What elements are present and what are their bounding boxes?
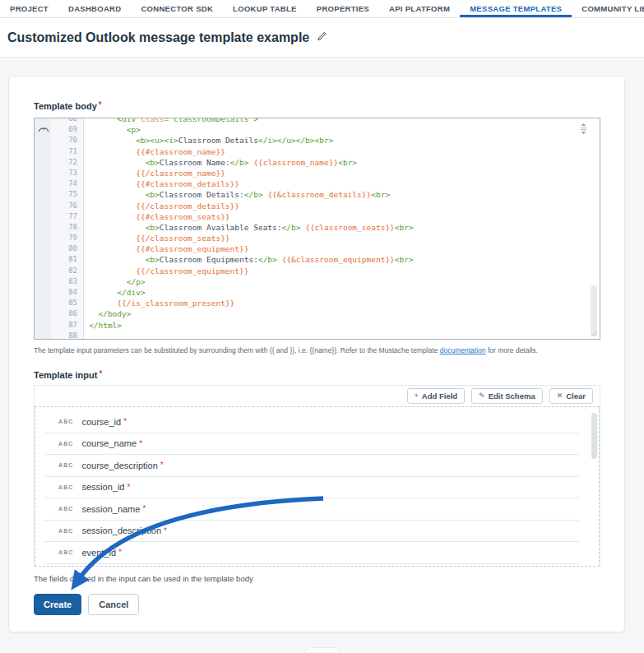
schema-field-row[interactable]: ABCcourse_name* (44, 433, 579, 456)
code-line: 68 <div class="classroomDetails"> (35, 118, 600, 124)
code-line: 86 </body> (35, 308, 600, 319)
code-line: 74 {{#classroom_details}} (35, 178, 600, 189)
editor-expand-icon[interactable] (580, 123, 587, 134)
code-line: 87</html> (35, 320, 600, 331)
edit-schema-button[interactable]: ✎ Edit Schema (471, 388, 543, 404)
editor-resize-handle[interactable] (591, 330, 598, 337)
code-line: 70 <b><u><i>Classroom Details</i></u></b… (35, 135, 600, 146)
required-mark: * (127, 483, 130, 492)
template-body-label: Template body* (34, 100, 600, 112)
required-mark: * (99, 369, 102, 378)
tab-api-platform[interactable]: API PLATFORM (379, 0, 460, 17)
string-type-icon: ABC (58, 528, 73, 534)
field-list-scrollbar-thumb[interactable] (591, 413, 597, 459)
documentation-link[interactable]: documentation (440, 346, 486, 354)
schema-toolbar: + Add Field ✎ Edit Schema ✕ Clear (35, 386, 600, 406)
code-line: 78 <b>Classroom Available Seats:</b> {{c… (35, 222, 600, 233)
schema-field-list: ABCcourse_id*ABCcourse_name*ABCcourse_de… (35, 406, 600, 567)
code-line: 69 <p> (35, 124, 600, 135)
code-line: 77 {{#classroom_seats}} (35, 211, 600, 222)
schema-field-row[interactable]: ABCsession_id* (44, 477, 579, 499)
field-name: course_description (81, 461, 157, 470)
field-name: event_id (81, 548, 116, 558)
required-mark: * (164, 526, 167, 535)
schema-field-row[interactable]: ABCsession_name* (44, 498, 579, 521)
clear-button[interactable]: ✕ Clear (549, 388, 593, 404)
template-input-note: The fields defined in the input can be u… (34, 574, 600, 583)
string-type-icon: ABC (58, 441, 73, 447)
string-type-icon: ABC (58, 484, 73, 490)
tab-properties[interactable]: PROPERTIES (307, 0, 379, 17)
code-line: 76 {{/classroom_details}} (35, 201, 600, 211)
field-name: session_name (81, 504, 140, 514)
code-line: 88 (35, 331, 600, 340)
create-button[interactable]: Create (34, 594, 81, 615)
string-type-icon: ABC (58, 462, 73, 468)
string-type-icon: ABC (58, 506, 73, 512)
required-mark: * (142, 504, 146, 513)
field-name: course_name (81, 438, 137, 448)
page-title: Customized Outlook message template exam… (7, 30, 309, 45)
field-name: session_description (81, 526, 161, 535)
code-line: 80 {{#classroom_equipment}} (35, 243, 600, 254)
required-mark: * (118, 548, 122, 557)
template-input-panel: + Add Field ✎ Edit Schema ✕ Clear ABCcou… (34, 385, 600, 567)
code-line: 83 </p> (35, 276, 600, 287)
required-mark: * (123, 417, 127, 426)
plus-icon: + (415, 391, 419, 401)
code-fold-icon[interactable] (38, 126, 49, 132)
code-line: 85 {{/is_classroom_present}} (35, 298, 600, 308)
field-name: session_id (81, 482, 124, 492)
code-line: 72 <b>Classroom Name:</b> {{classroom_na… (35, 157, 600, 168)
tab-connector-sdk[interactable]: CONNECTOR SDK (131, 0, 223, 17)
form-actions: Create Cancel (34, 594, 600, 615)
required-mark: * (99, 100, 102, 109)
tab-dashboard[interactable]: DASHBOARD (58, 0, 131, 17)
code-line: 75 <b>Classroom Details:</b> {{&classroo… (35, 189, 600, 200)
template-body-editor[interactable]: 68 <div class="classroomDetails">69 <p>7… (34, 118, 600, 340)
code-line: 79 {{/classroom_seats}} (35, 233, 600, 243)
schema-field-row[interactable]: ABCsession_description* (44, 521, 579, 543)
code-line: 84 </div> (35, 287, 600, 298)
page-header: Customized Outlook message template exam… (0, 18, 644, 58)
schema-field-row[interactable]: ABCcourse_id* (44, 411, 579, 433)
page-content: Template body* 68 <div class="classroomD… (0, 58, 644, 652)
code-line: 73 {{/classroom_name}} (35, 168, 600, 178)
string-type-icon: ABC (58, 549, 73, 555)
top-nav: PROJECTDASHBOARDCONNECTOR SDKLOOKUP TABL… (0, 0, 644, 18)
code-line: 81 <b>Classroom Equipments:</b> {{&class… (35, 254, 600, 265)
schema-field-row[interactable]: ABCcourse_description* (44, 455, 579, 477)
edit-title-icon[interactable] (317, 31, 327, 41)
schema-field-row[interactable]: ABCevent_id* (44, 542, 579, 564)
tab-lookup-table[interactable]: LOOKUP TABLE (223, 0, 307, 17)
cancel-button[interactable]: Cancel (88, 594, 139, 615)
tab-project[interactable]: PROJECT (0, 0, 58, 17)
required-mark: * (160, 461, 164, 470)
close-icon: ✕ (557, 391, 563, 401)
code-line: 71 {{#classroom_name}} (35, 146, 600, 157)
editor-scrollbar-thumb[interactable] (591, 285, 597, 336)
tab-message-templates[interactable]: MESSAGE TEMPLATES (460, 0, 572, 17)
code-line: 82 {{/classroom_equipment}} (35, 266, 600, 276)
field-name: course_id (81, 417, 121, 427)
bottom-peek-pill[interactable] (304, 647, 341, 653)
template-input-label: Template input* (34, 368, 600, 381)
tab-community-library[interactable]: COMMUNITY LIBRARY (572, 0, 644, 17)
required-mark: * (139, 439, 142, 448)
string-type-icon: ABC (58, 419, 73, 424)
add-field-button[interactable]: + Add Field (407, 388, 466, 404)
pencil-icon: ✎ (479, 391, 485, 401)
template-form-card: Template body* 68 <div class="classroomD… (8, 76, 625, 632)
code-lines: 68 <div class="classroomDetails">69 <p>7… (35, 118, 600, 340)
template-body-helper-text: The template input parameters can be sub… (34, 346, 600, 354)
